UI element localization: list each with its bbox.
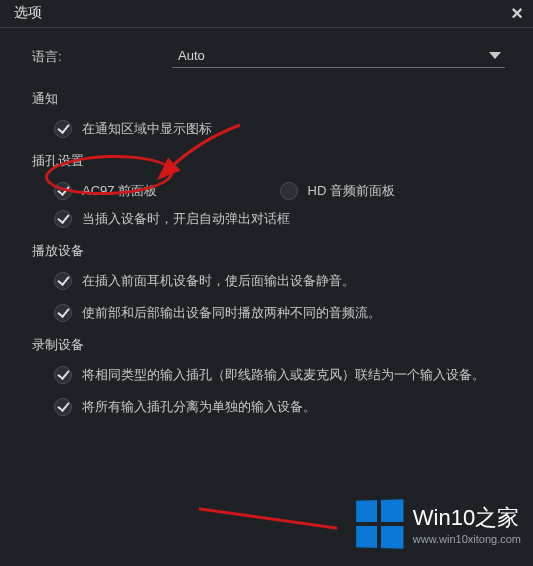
- chevron-down-icon: [489, 52, 501, 59]
- playback-section: 播放设备 在插入前面耳机设备时，使后面输出设备静音。 使前部和后部输出设备同时播…: [32, 242, 505, 322]
- checkbox-icon[interactable]: [54, 398, 72, 416]
- record-section: 录制设备 将相同类型的输入插孔（即线路输入或麦克风）联结为一个输入设备。 将所有…: [32, 336, 505, 416]
- language-label: 语言:: [32, 48, 172, 66]
- playback-title: 播放设备: [32, 242, 505, 260]
- close-icon[interactable]: ×: [511, 4, 523, 22]
- annotation-line: [198, 507, 337, 529]
- notify-title: 通知: [32, 90, 505, 108]
- split-input-label: 将所有输入插孔分离为单独的输入设备。: [82, 398, 316, 416]
- checkbox-icon[interactable]: [54, 120, 72, 138]
- merge-input-option[interactable]: 将相同类型的输入插孔（即线路输入或麦克风）联结为一个输入设备。: [54, 366, 505, 384]
- ac97-label: AC97 前面板: [82, 182, 157, 200]
- checkbox-icon[interactable]: [280, 182, 298, 200]
- split-input-option[interactable]: 将所有输入插孔分离为单独的输入设备。: [54, 398, 505, 416]
- autopopup-label: 当插入设备时，开启自动弹出对话框: [82, 210, 290, 228]
- jack-title: 插孔设置: [32, 152, 505, 170]
- watermark: Win10之家 www.win10xitong.com: [355, 500, 521, 548]
- watermark-text: Win10之家 www.win10xitong.com: [413, 503, 521, 545]
- checkbox-icon[interactable]: [54, 210, 72, 228]
- dual-stream-option[interactable]: 使前部和后部输出设备同时播放两种不同的音频流。: [54, 304, 505, 322]
- record-title: 录制设备: [32, 336, 505, 354]
- language-value: Auto: [178, 48, 205, 63]
- hd-audio-label: HD 音频前面板: [308, 182, 395, 200]
- notify-section: 通知 在通知区域中显示图标: [32, 90, 505, 138]
- jack-section: 插孔设置 AC97 前面板 HD 音频前面板 当插入设备时，开启自动弹出对话框: [32, 152, 505, 228]
- checkbox-icon[interactable]: [54, 272, 72, 290]
- merge-input-label: 将相同类型的输入插孔（即线路输入或麦克风）联结为一个输入设备。: [82, 366, 485, 384]
- notify-tray-label: 在通知区域中显示图标: [82, 120, 212, 138]
- mute-rear-option[interactable]: 在插入前面耳机设备时，使后面输出设备静音。: [54, 272, 505, 290]
- window-title: 选项: [14, 4, 42, 22]
- content-area: 语言: Auto 通知 在通知区域中显示图标 插孔设置 AC97 前面板 HD …: [0, 28, 533, 440]
- checkbox-icon[interactable]: [54, 304, 72, 322]
- dual-stream-label: 使前部和后部输出设备同时播放两种不同的音频流。: [82, 304, 381, 322]
- watermark-title: Win10之家: [413, 503, 521, 533]
- language-row: 语言: Auto: [32, 46, 505, 68]
- title-bar: 选项 ×: [0, 0, 533, 28]
- notify-tray-option[interactable]: 在通知区域中显示图标: [54, 120, 505, 138]
- checkbox-icon[interactable]: [54, 366, 72, 384]
- windows-logo-icon: [356, 499, 403, 549]
- watermark-url: www.win10xitong.com: [413, 533, 521, 545]
- hd-audio-option[interactable]: HD 音频前面板: [280, 182, 506, 200]
- autopopup-option[interactable]: 当插入设备时，开启自动弹出对话框: [54, 210, 505, 228]
- ac97-option[interactable]: AC97 前面板: [54, 182, 280, 200]
- mute-rear-label: 在插入前面耳机设备时，使后面输出设备静音。: [82, 272, 355, 290]
- checkbox-icon[interactable]: [54, 182, 72, 200]
- language-select[interactable]: Auto: [172, 46, 505, 68]
- jack-panel-row: AC97 前面板 HD 音频前面板: [54, 182, 505, 200]
